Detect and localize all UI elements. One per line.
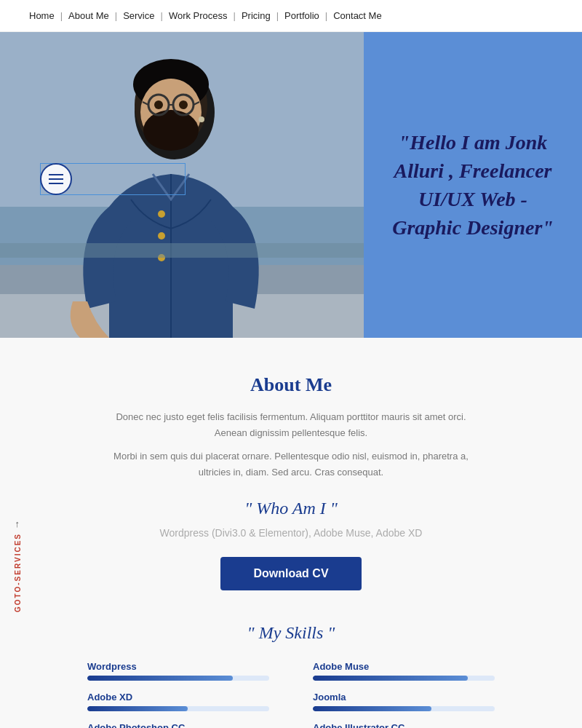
skill-item: Joomla [313, 692, 495, 711]
svg-rect-20 [0, 243, 364, 258]
who-am-i-title: " Who Am I " [29, 499, 553, 518]
goto-services-label: GOTO-SERVICES [14, 533, 22, 612]
about-title: About Me [29, 374, 553, 396]
hero-text-panel: "Hello I am Jonk Alluri , Freelancer UI/… [364, 32, 582, 338]
svg-point-16 [158, 210, 165, 218]
nav-service[interactable]: Service [117, 10, 160, 21]
nav-about[interactable]: About Me [63, 10, 115, 21]
skill-item: Adobe Illustrator CC [313, 722, 495, 728]
hamburger-icon [49, 178, 63, 180]
my-skills-title: " My Skills " [29, 623, 553, 643]
skills-grid: Wordpress Adobe Muse Adobe XD Joomla Ado… [87, 661, 495, 728]
svg-point-8 [143, 110, 199, 151]
skill-item: Wordpress [87, 661, 269, 681]
svg-point-15 [179, 100, 188, 109]
nav-contact[interactable]: Contact Me [327, 10, 387, 21]
menu-icon[interactable] [40, 163, 72, 195]
skill-name: Adobe Muse [313, 661, 495, 672]
hero-quote: "Hello I am Jonk Alluri , Freelancer UI/… [382, 128, 564, 242]
nav-work-process[interactable]: Work Process [163, 10, 234, 21]
nav-portfolio[interactable]: Portfolio [279, 10, 325, 21]
svg-point-14 [154, 100, 163, 109]
skill-name: Adobe XD [87, 692, 269, 703]
navbar: Home | About Me | Service | Work Process… [0, 0, 582, 32]
hero-photo-area [0, 32, 364, 338]
skill-name: Wordpress [87, 661, 269, 672]
skill-item: Adobe Muse [313, 661, 495, 681]
skill-bar-bg [313, 706, 495, 711]
skill-bar-bg [313, 676, 495, 681]
about-para1: Donec nec justo eget felis facilisis fer… [109, 409, 473, 441]
skill-bar-fill [313, 706, 431, 711]
svg-point-17 [158, 232, 165, 240]
skill-name: Adobe Illustrator CC [313, 722, 495, 728]
arrow-left-icon: ← [12, 520, 23, 529]
skill-name: Joomla [313, 692, 495, 703]
skills-subtitle: Wordpress (Divi3.0 & Elementor), Adobe M… [29, 527, 553, 539]
skill-name: Adobe Photoshop CC [87, 722, 269, 728]
download-cv-button[interactable]: Download CV [220, 557, 361, 590]
skill-bar-fill [87, 706, 188, 711]
skill-bar-fill [313, 676, 468, 681]
nav-home[interactable]: Home [29, 10, 60, 21]
about-section: ← GOTO-SERVICES About Me Donec nec justo… [0, 338, 582, 728]
hero-section: "Hello I am Jonk Alluri , Freelancer UI/… [0, 32, 582, 338]
skill-item: Adobe XD [87, 692, 269, 711]
skill-bar-fill [87, 676, 233, 681]
svg-point-19 [199, 116, 204, 122]
skill-bar-bg [87, 676, 269, 681]
skill-item: Adobe Photoshop CC [87, 722, 269, 728]
skill-bar-bg [87, 706, 269, 711]
about-para2: Morbi in sem quis dui placerat ornare. P… [109, 448, 473, 480]
nav-pricing[interactable]: Pricing [236, 10, 276, 21]
goto-services-container[interactable]: ← GOTO-SERVICES [13, 519, 23, 612]
